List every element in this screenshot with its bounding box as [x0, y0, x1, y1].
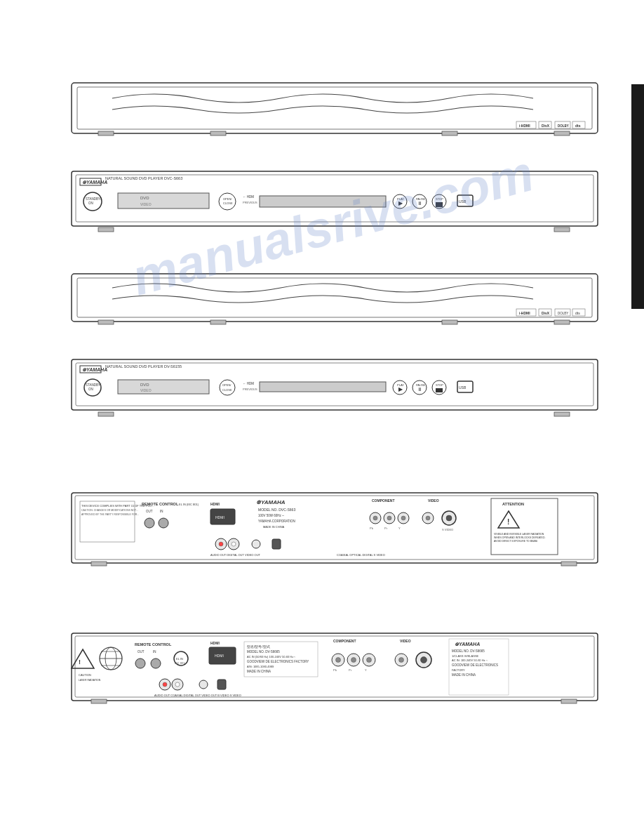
svg-text:STANDBY/: STANDBY/ — [86, 383, 102, 387]
section-1-top-view: i·HDMI DivX DOLBY dts — [70, 76, 623, 143]
svg-rect-74 — [260, 382, 386, 392]
svg-point-137 — [252, 540, 260, 548]
svg-text:OUT: OUT — [137, 650, 145, 654]
svg-point-111 — [373, 516, 377, 520]
svg-text:USB: USB — [459, 199, 467, 204]
svg-text:DivX: DivX — [542, 311, 550, 315]
svg-point-122 — [446, 515, 452, 521]
svg-point-177 — [367, 658, 372, 663]
svg-text:HDMI: HDMI — [215, 654, 224, 658]
svg-text:STOP: STOP — [436, 197, 443, 201]
svg-text:VISIBLE AND INVISIBLE LASER RA: VISIBLE AND INVISIBLE LASER RADIATION — [494, 533, 544, 536]
top-view-dv-s6155-svg: i·HDMI DivX DOLBY dts — [70, 267, 610, 330]
svg-text:MODEL NO. DVC-S663: MODEL NO. DVC-S663 — [258, 508, 295, 512]
section-2-front-view: ⊛YAMAHA NATURAL SOUND DVD PLAYER DVC-S66… — [70, 170, 623, 240]
svg-text:Y: Y — [398, 527, 401, 530]
svg-text:HDMI: HDMI — [215, 515, 224, 519]
svg-text:OPEN/: OPEN/ — [222, 383, 232, 387]
svg-point-97 — [145, 518, 154, 528]
svg-rect-13 — [554, 131, 570, 135]
svg-rect-39 — [436, 202, 443, 207]
svg-text:MADE IN CHINA: MADE IN CHINA — [247, 670, 271, 673]
svg-text:PREVIOUS: PREVIOUS — [243, 388, 257, 391]
svg-text:LASER RADIATION: LASER RADIATION — [79, 679, 101, 682]
svg-text:DOLBY: DOLBY — [558, 124, 569, 128]
svg-text:IN: IN — [153, 650, 156, 654]
svg-rect-57 — [554, 320, 570, 324]
back-view-dv-s6155-svg: ! CAUTION LASER RADIATION REMOTE CONTROL… — [70, 632, 610, 713]
svg-point-156 — [151, 658, 161, 668]
svg-text:VIDEO: VIDEO — [428, 498, 439, 503]
svg-text:CLOSE: CLOSE — [222, 388, 232, 392]
svg-text:PREVIOUS: PREVIOUS — [243, 201, 257, 204]
back-view-dvc-s663-svg: THIS DEVICE COMPLIES WITH PART 15 OF THE… — [70, 491, 610, 576]
svg-text:HDMI: HDMI — [210, 502, 220, 506]
svg-text:Y: Y — [365, 668, 367, 672]
svg-text:▶: ▶ — [398, 386, 403, 392]
svg-point-155 — [135, 658, 145, 668]
svg-text:Pb: Pb — [370, 527, 374, 530]
svg-rect-139 — [91, 562, 107, 566]
svg-text:Pr: Pr — [349, 668, 352, 672]
svg-rect-86 — [98, 412, 114, 416]
svg-text:DVD: DVD — [140, 196, 149, 200]
front-view-dvc-s663-svg: ⊛YAMAHA NATURAL SOUND DVD PLAYER DVC-S66… — [70, 170, 610, 240]
section-6-back-view: ! CAUTION LASER RADIATION REMOTE CONTROL… — [70, 632, 623, 713]
svg-text:VIDEO: VIDEO — [400, 639, 411, 643]
svg-text:NATURAL SOUND DVD PLAYER  DVC-: NATURAL SOUND DVD PLAYER DVC-S663 — [105, 176, 182, 180]
svg-text:S VIDEO: S VIDEO — [442, 528, 453, 531]
svg-rect-138 — [272, 539, 281, 549]
svg-text:MADE IN CHINA: MADE IN CHINA — [263, 525, 285, 529]
svg-text:REMOTE CONTROL: REMOTE CONTROL — [135, 642, 172, 647]
svg-text:COMPONENT: COMPONENT — [333, 639, 356, 643]
svg-text:IEC 801: IEC 801 — [175, 661, 185, 665]
svg-rect-83 — [436, 388, 443, 392]
svg-point-175 — [351, 658, 356, 663]
svg-text:USB: USB — [459, 385, 467, 390]
svg-text:CAUTION: CHANGES OR MODIFICATI: CAUTION: CHANGES OR MODIFICATIONS NOT... — [81, 509, 138, 512]
svg-text:CAUTION: CAUTION — [79, 673, 91, 677]
svg-point-120 — [426, 516, 430, 520]
svg-rect-54 — [98, 320, 114, 324]
svg-point-115 — [401, 516, 405, 520]
svg-rect-55 — [210, 320, 226, 324]
svg-rect-140 — [561, 562, 577, 566]
svg-text:VIDEO: VIDEO — [140, 388, 152, 392]
svg-rect-1 — [77, 87, 592, 129]
right-tab — [631, 84, 644, 309]
svg-rect-12 — [442, 131, 457, 135]
section-3-top-view: i·HDMI DivX DOLBY dts — [70, 267, 623, 330]
svg-text:100V  50W  60Hz～: 100V 50W 60Hz～ — [258, 514, 285, 517]
svg-text:!: ! — [79, 658, 81, 666]
svg-text:ON: ON — [88, 201, 93, 205]
svg-text:⏸: ⏸ — [417, 387, 422, 392]
svg-text:REMOTE CONTROL: REMOTE CONTROL — [142, 502, 179, 506]
svg-point-173 — [336, 658, 341, 663]
svg-rect-201 — [561, 699, 577, 703]
svg-text:AVOID DIRECT EXPOSURE TO BEAM.: AVOID DIRECT EXPOSURE TO BEAM. — [494, 540, 538, 543]
svg-point-184 — [421, 657, 427, 663]
svg-text:COMPONENT: COMPONENT — [372, 498, 395, 503]
svg-text:COAXIAL  OPTICAL  DIGITAL  S V: COAXIAL OPTICAL DIGITAL S VIDEO — [337, 553, 385, 557]
svg-text:FACTORY: FACTORY — [452, 668, 465, 672]
svg-rect-30 — [260, 196, 386, 207]
svg-text:⏸: ⏸ — [417, 201, 422, 206]
svg-rect-199 — [217, 680, 226, 689]
svg-text:⊛YAMAHA: ⊛YAMAHA — [455, 642, 480, 647]
svg-text:EL IN (IEC 801): EL IN (IEC 801) — [179, 503, 199, 506]
svg-text:MADE IN CHINA: MADE IN CHINA — [452, 673, 476, 677]
svg-point-113 — [387, 516, 391, 520]
svg-rect-43 — [554, 227, 570, 232]
svg-rect-87 — [554, 412, 570, 416]
svg-text:OPEN/: OPEN/ — [223, 197, 232, 201]
svg-text:VIDEO: VIDEO — [140, 202, 152, 206]
svg-text:WHEN OPEN AND INTERLOCKS DEFEA: WHEN OPEN AND INTERLOCKS DEFEATED. — [494, 536, 545, 539]
svg-point-182 — [399, 658, 404, 663]
svg-text:MODEL NO. DV-S6665: MODEL NO. DV-S6665 — [452, 649, 485, 653]
svg-text:EL IN: EL IN — [176, 657, 183, 661]
svg-text:STOP: STOP — [436, 383, 443, 387]
svg-rect-66 — [118, 380, 209, 394]
svg-rect-10 — [98, 131, 114, 135]
svg-text:MODEL NO. DV-S6665: MODEL NO. DV-S6665 — [247, 650, 280, 654]
svg-text:dts: dts — [575, 124, 581, 128]
